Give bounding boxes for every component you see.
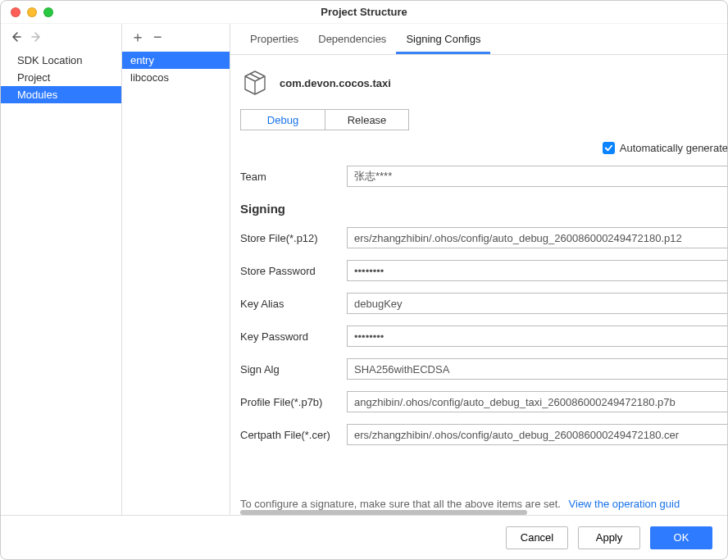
add-module-icon[interactable]: ＋	[130, 30, 145, 43]
modules-list: entry libcocos	[122, 50, 230, 515]
key-alias-field[interactable]: debugKey	[347, 293, 727, 314]
store-password-field[interactable]: ••••••••	[347, 260, 727, 281]
nav-toolbar	[1, 24, 121, 50]
apply-button[interactable]: Apply	[578, 526, 640, 549]
modules-toolbar: ＋ −	[122, 24, 230, 50]
build-type-segment: Debug Release	[240, 109, 409, 130]
package-id: com.devon.cocos.taxi	[280, 77, 391, 89]
segment-debug[interactable]: Debug	[241, 110, 325, 130]
auto-generate-label: Automatically generate	[620, 142, 727, 154]
detail-panel: Properties Dependencies Signing Configs	[230, 24, 727, 515]
nav-item-modules[interactable]: Modules	[1, 86, 121, 103]
key-password-label: Key Password	[240, 330, 347, 343]
window-controls	[1, 7, 53, 17]
titlebar: Project Structure	[1, 1, 727, 24]
store-file-label: Store File(*.p12)	[240, 232, 347, 244]
key-password-field[interactable]: ••••••••	[347, 326, 727, 347]
ok-button[interactable]: OK	[650, 526, 712, 549]
modules-sidebar: ＋ − entry libcocos	[122, 24, 230, 515]
sign-alg-field[interactable]: SHA256withECDSA	[347, 358, 727, 380]
package-icon	[240, 68, 270, 98]
detail-tabs: Properties Dependencies Signing Configs	[230, 24, 727, 55]
minimize-icon[interactable]	[27, 7, 37, 17]
auto-generate-row: Automatically generate	[240, 142, 727, 154]
dialog-footer: Cancel Apply OK	[1, 515, 727, 559]
sign-alg-label: Sign Alg	[240, 363, 347, 376]
segment-release[interactable]: Release	[325, 110, 408, 130]
nav-item-sdk-location[interactable]: SDK Location	[1, 52, 121, 69]
nav-list: SDK Location Project Modules	[1, 50, 121, 515]
tab-properties[interactable]: Properties	[240, 26, 308, 54]
close-icon[interactable]	[11, 7, 20, 17]
tab-dependencies[interactable]: Dependencies	[308, 26, 396, 54]
dialog-body: SDK Location Project Modules ＋ − entry l…	[1, 24, 727, 515]
signing-content: com.devon.cocos.taxi Debug Release Autom…	[230, 55, 727, 515]
footer-note-text: To configure a signature, make sure that…	[240, 498, 561, 510]
profile-file-field[interactable]: angzhibin/.ohos/config/auto_debug_taxi_2…	[347, 391, 727, 412]
signing-section-header: Signing	[240, 202, 727, 216]
tab-signing-configs[interactable]: Signing Configs	[396, 26, 490, 54]
window-title: Project Structure	[1, 6, 727, 18]
project-structure-window: Project Structure SDK Location Project M…	[0, 0, 728, 560]
certpath-file-label: Certpath File(*.cer)	[240, 429, 347, 441]
operation-guide-link[interactable]: View the operation guid	[569, 498, 680, 510]
cancel-button[interactable]: Cancel	[506, 526, 568, 549]
module-item-entry[interactable]: entry	[122, 52, 230, 69]
forward-icon	[30, 30, 43, 43]
zoom-icon[interactable]	[43, 7, 53, 17]
team-label: Team	[240, 171, 347, 183]
auto-generate-checkbox[interactable]	[603, 142, 615, 154]
footer-note: To configure a signature, make sure that…	[240, 498, 727, 510]
back-icon[interactable]	[9, 30, 22, 43]
nav-sidebar: SDK Location Project Modules	[1, 24, 122, 515]
horizontal-scrollbar[interactable]	[240, 510, 527, 515]
module-item-libcocos[interactable]: libcocos	[122, 69, 230, 86]
store-file-field[interactable]: ers/zhangzhibin/.ohos/config/auto_debug_…	[347, 227, 727, 248]
nav-item-project[interactable]: Project	[1, 69, 121, 86]
remove-module-icon[interactable]: −	[153, 30, 162, 43]
certpath-file-field[interactable]: ers/zhangzhibin/.ohos/config/auto_debug_…	[347, 424, 727, 445]
key-alias-label: Key Alias	[240, 298, 347, 310]
package-row: com.devon.cocos.taxi	[240, 68, 727, 98]
profile-file-label: Profile File(*.p7b)	[240, 396, 347, 408]
store-password-label: Store Password	[240, 265, 347, 277]
team-field[interactable]: 张志****	[347, 166, 727, 187]
